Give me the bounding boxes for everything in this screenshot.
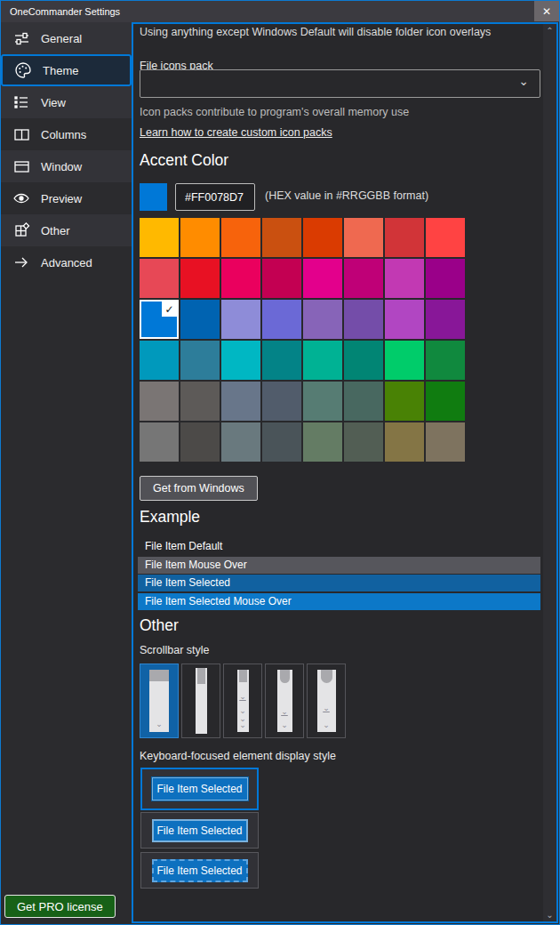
palette-swatch[interactable]	[303, 382, 342, 421]
palette-swatch[interactable]	[303, 259, 342, 298]
palette-swatch[interactable]	[180, 341, 220, 380]
palette-swatch[interactable]	[426, 422, 465, 462]
palette-swatch[interactable]	[221, 300, 260, 339]
scrollbar-preview	[196, 668, 207, 734]
palette-swatch[interactable]	[303, 341, 342, 380]
palette-swatch[interactable]	[303, 300, 342, 339]
palette-swatch[interactable]	[180, 382, 220, 421]
sidebar-item-other[interactable]: Other	[1, 214, 132, 246]
palette-swatch[interactable]	[385, 422, 424, 462]
scrollbar-style-option-2[interactable]	[181, 664, 220, 738]
palette-swatch[interactable]	[262, 300, 301, 339]
sidebar-item-advanced[interactable]: Advanced	[1, 246, 132, 278]
scrollbar-preview: ⌄ ⌄⌄ ⌄	[237, 670, 249, 732]
focus-style-preview: File Item Selected	[152, 859, 248, 882]
accent-color-swatch	[140, 183, 167, 211]
scroll-up-icon[interactable]: ⌃	[543, 26, 556, 36]
overlay-note: Using anything except Windows Default wi…	[140, 26, 531, 38]
sidebar-item-label: Window	[41, 160, 82, 173]
palette-swatch[interactable]	[262, 259, 301, 298]
chevron-down-icon: ⌄	[277, 721, 292, 729]
palette-swatch[interactable]	[303, 422, 342, 462]
sidebar-item-general[interactable]: General	[1, 22, 132, 54]
palette-swatch[interactable]	[385, 341, 424, 380]
scrollbar-preview: ⌄ ⌄	[277, 670, 292, 732]
palette-swatch[interactable]	[221, 218, 260, 257]
palette-swatch[interactable]	[344, 341, 383, 380]
palette-swatch[interactable]	[344, 422, 383, 462]
palette-swatch[interactable]	[221, 259, 260, 298]
palette-swatch[interactable]	[140, 382, 179, 421]
palette-swatch[interactable]	[344, 218, 383, 257]
scrollbar-style-option-1[interactable]: ⌄	[140, 664, 179, 738]
palette-swatch[interactable]	[344, 259, 383, 298]
scroll-jump-icon: ⌄	[237, 693, 249, 701]
scrollbar-style-option-5[interactable]: ⌄ ⌄	[307, 664, 346, 738]
palette-swatch[interactable]	[426, 259, 465, 298]
palette-swatch[interactable]	[385, 382, 424, 421]
sidebar-item-columns[interactable]: Columns	[1, 118, 132, 150]
chevron-down-icon: ⌄	[237, 721, 249, 729]
scrollbar-style-option-3[interactable]: ⌄ ⌄⌄ ⌄	[223, 664, 262, 738]
custom-icon-packs-link[interactable]: Learn how to create custom icon packs	[140, 126, 332, 139]
palette-swatch[interactable]	[262, 382, 301, 421]
palette-swatch[interactable]	[426, 218, 465, 257]
sidebar-item-label: General	[41, 32, 82, 45]
palette-swatch[interactable]	[180, 422, 220, 462]
palette-swatch[interactable]	[385, 300, 424, 339]
palette-swatch[interactable]	[262, 341, 301, 380]
palette-swatch[interactable]	[385, 259, 424, 298]
palette-swatch[interactable]: ✓	[140, 300, 179, 339]
sidebar-item-label: Advanced	[41, 256, 92, 269]
focus-style-option-2[interactable]: File Item Selected	[140, 812, 259, 849]
accent-color-heading: Accent Color	[140, 151, 228, 170]
palette-swatch[interactable]	[180, 259, 220, 298]
scroll-down-icon[interactable]: ⌄	[543, 910, 556, 920]
palette-swatch[interactable]	[140, 218, 179, 257]
accent-hex-input[interactable]	[175, 183, 255, 211]
palette-swatch[interactable]	[180, 218, 220, 257]
palette-swatch[interactable]	[303, 218, 342, 257]
focus-style-option-1[interactable]: File Item Selected	[140, 768, 259, 810]
palette-swatch[interactable]	[385, 218, 424, 257]
sidebar-item-theme[interactable]: Theme	[1, 54, 132, 86]
chevron-down-icon: ⌄	[518, 74, 529, 88]
close-button[interactable]: ✕	[534, 1, 559, 21]
get-pro-license-label: Get PRO license	[17, 900, 103, 913]
scrollbar[interactable]: ⌃ ⌄	[543, 24, 556, 921]
palette-swatch[interactable]	[140, 341, 179, 380]
example-heading: Example	[140, 508, 200, 527]
focus-style-option-3[interactable]: File Item Selected	[140, 852, 259, 889]
palette-swatch[interactable]	[140, 422, 179, 462]
check-icon: ✓	[162, 302, 177, 317]
sidebar-item-window[interactable]: Window	[1, 150, 132, 182]
sidebar-item-label: Other	[41, 224, 70, 237]
sidebar-item-view[interactable]: View	[1, 86, 132, 118]
sidebar-item-preview[interactable]: Preview	[1, 182, 132, 214]
scrollbar-style-option-4[interactable]: ⌄ ⌄	[265, 664, 304, 738]
palette-swatch[interactable]	[140, 259, 179, 298]
palette-swatch[interactable]	[262, 422, 301, 462]
palette-swatch[interactable]	[344, 382, 383, 421]
palette-swatch[interactable]	[180, 300, 220, 339]
palette-swatch[interactable]	[426, 382, 465, 421]
theme-settings-panel: ⌃ ⌄ Using anything except Windows Defaul…	[132, 22, 558, 923]
palette-swatch[interactable]	[221, 382, 260, 421]
palette-swatch[interactable]	[221, 341, 260, 380]
scrollbar-preview: ⌄	[149, 670, 169, 732]
palette-swatch[interactable]	[262, 218, 301, 257]
close-icon: ✕	[542, 5, 551, 18]
scrollbar-style-label: Scrollbar style	[140, 644, 210, 656]
file-icons-pack-select[interactable]: ⌄	[140, 69, 540, 98]
palette-swatch[interactable]	[344, 300, 383, 339]
other-heading: Other	[140, 616, 179, 635]
sidebar-item-label: View	[41, 96, 66, 109]
get-pro-license-button[interactable]: Get PRO license	[4, 895, 116, 918]
file-item-default-row: File Item Default	[138, 538, 540, 555]
list-icon	[12, 93, 30, 111]
palette-swatch[interactable]	[221, 422, 260, 462]
palette-swatch[interactable]	[426, 300, 465, 339]
sliders-icon	[12, 29, 30, 47]
get-from-windows-button[interactable]: Get from Windows	[140, 476, 258, 501]
palette-swatch[interactable]	[426, 341, 465, 380]
